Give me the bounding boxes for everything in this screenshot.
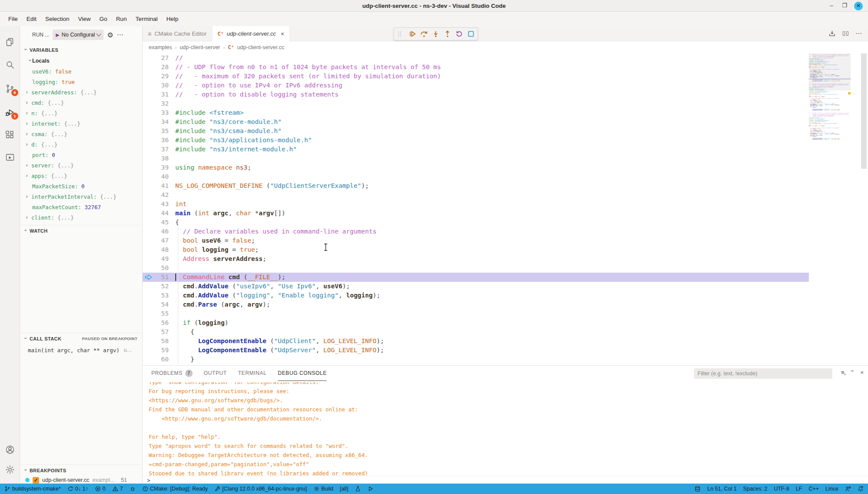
breadcrumb-item[interactable]: examples <box>149 44 172 50</box>
close-icon[interactable]: × <box>854 2 863 10</box>
code-line-36[interactable]: 36#include "ns3/applications-module.h" <box>143 136 809 145</box>
status-item[interactable] <box>355 486 361 492</box>
variable-row[interactable]: port: 0 <box>20 150 143 160</box>
code-line-60[interactable]: 60 } <box>143 355 809 364</box>
status-item[interactable] <box>367 486 374 492</box>
split-editor-icon[interactable]: ▯▯ <box>842 30 849 37</box>
account-icon[interactable] <box>5 444 15 455</box>
status-item[interactable] <box>858 486 864 492</box>
extensions-icon[interactable] <box>5 130 15 140</box>
console-filter-input[interactable] <box>694 368 832 379</box>
debug-config-dropdown[interactable]: ▶ No Configural <box>53 30 103 40</box>
step-over-icon[interactable] <box>420 30 428 38</box>
code-line-46[interactable]: 46 // Declare variables used in command-… <box>143 227 809 236</box>
step-into-icon[interactable] <box>432 30 440 38</box>
status-item[interactable] <box>694 486 701 492</box>
scrollbar[interactable] <box>861 53 867 169</box>
variable-row[interactable]: ›internet: {...} <box>20 118 143 129</box>
code-line-39[interactable]: 39using namespace ns3; <box>143 163 809 172</box>
variable-row[interactable]: ›client: {...} <box>20 212 143 223</box>
settings-gear-icon[interactable] <box>5 464 15 475</box>
menu-item-edit[interactable]: Edit <box>23 14 40 24</box>
debug-current-line-icon[interactable] <box>143 273 154 282</box>
preview-icon[interactable] <box>5 152 15 163</box>
status-item[interactable] <box>130 486 136 492</box>
variable-row[interactable]: useV6: false <box>20 66 143 77</box>
code-line-51[interactable]: 51 CommandLine cmd (__FILE__); <box>143 273 809 282</box>
status-item[interactable] <box>845 486 851 492</box>
step-out-icon[interactable] <box>444 30 451 38</box>
minimap-slider[interactable] <box>809 53 851 90</box>
close-tab-icon[interactable]: × <box>281 30 284 37</box>
code-line-56[interactable]: 56 if (logging) <box>143 318 809 327</box>
variable-row[interactable]: ›cmd: {...} <box>20 97 143 108</box>
restart-icon[interactable] <box>455 30 463 38</box>
status-item-c++[interactable]: C++ <box>808 486 819 492</box>
minimize-icon[interactable]: – <box>827 2 836 10</box>
panel-tab-debug-console[interactable]: DEBUG CONSOLE <box>278 366 327 381</box>
code-line-43[interactable]: 43int <box>143 200 809 209</box>
status-item-linux[interactable]: Linux <box>825 486 838 492</box>
code-line-52[interactable]: 52 cmd.AddValue ("useIpv6", "Use Ipv6", … <box>143 282 809 291</box>
status-item-lf[interactable]: LF <box>796 486 802 492</box>
status-item-cmake-debug-ready[interactable]: CMake: [Debug]: Ready <box>142 486 208 492</box>
code-line-29[interactable]: 29// - maximum of 320 packets sent (or l… <box>143 72 809 81</box>
code-line-53[interactable]: 53 cmd.AddValue ("logging", "Enable logg… <box>143 291 809 300</box>
code-line-45[interactable]: 45{ <box>143 218 809 227</box>
more-actions-icon[interactable]: ⋯ <box>117 31 124 39</box>
variable-row[interactable]: ›csma: {...} <box>20 129 143 139</box>
code-line-42[interactable]: 42 <box>143 190 809 200</box>
call-stack-section-header[interactable]: › CALL STACK PAUSED ON BREAKPOINT <box>20 333 143 344</box>
status-item-7[interactable]: 7 <box>112 486 123 492</box>
clear-console-icon[interactable]: ≡× <box>841 369 845 376</box>
code-line-44[interactable]: 44main (int argc, char *argv[]) <box>143 209 809 218</box>
code-line-55[interactable]: 55 <box>143 309 809 318</box>
menu-item-view[interactable]: View <box>74 14 95 24</box>
menu-item-help[interactable]: Help <box>162 14 182 24</box>
code-line-47[interactable]: 47 bool useV6 = false; <box>143 236 809 245</box>
panel-tab-problems[interactable]: PROBLEMS7 <box>151 366 193 381</box>
menu-item-run[interactable]: Run <box>112 14 131 24</box>
menu-item-go[interactable]: Go <box>96 14 111 24</box>
code-line-27[interactable]: 27// <box>143 53 809 63</box>
collapse-panel-icon[interactable]: ⌃ <box>850 369 855 376</box>
status-item--clang-12-0-0-x86-64-pc-[interactable]: [Clang 12.0.0 x86_64-pc-linux-gnu] <box>214 486 307 492</box>
debug-console-output[interactable]: Type "show configuration" for configurat… <box>149 382 827 475</box>
continue-icon[interactable] <box>408 30 416 38</box>
variables-section-header[interactable]: › VARIABLES <box>20 44 143 56</box>
breadcrumb-item[interactable]: udp-client-server.cc <box>237 44 284 50</box>
breakpoints-section-header[interactable]: › BREAKPOINTS <box>20 464 143 476</box>
status-item-0[interactable]: 0 <box>95 486 106 492</box>
code-line-57[interactable]: 57 { <box>143 327 809 337</box>
files-icon[interactable] <box>5 37 15 47</box>
code-line-41[interactable]: 41NS_LOG_COMPONENT_DEFINE ("UdpClientSer… <box>143 181 809 190</box>
stop-icon[interactable] <box>467 30 475 38</box>
code-editor[interactable]: 27//28// - UDP flow from n0 to n1 of 102… <box>143 53 868 365</box>
code-line-58[interactable]: 58 LogComponentEnable ("UdpClient", LOG_… <box>143 337 809 346</box>
variable-row[interactable]: MaxPacketSize: 0 <box>20 181 143 191</box>
code-line-50[interactable]: 50 <box>143 264 809 273</box>
code-line-40[interactable]: 40 <box>143 172 809 181</box>
status-item-ln-51-col-1[interactable]: Ln 51, Col 1 <box>707 486 736 492</box>
download-icon[interactable] <box>828 30 836 37</box>
code-line-48[interactable]: 48 bool logging = true; <box>143 245 809 254</box>
watch-section-header[interactable]: › WATCH <box>20 225 143 236</box>
stack-frame[interactable]: main(int argc, char ** argv) u… <box>20 345 143 355</box>
gear-icon[interactable]: ⚙ <box>107 31 113 39</box>
status-item--all-[interactable]: [all] <box>340 486 348 492</box>
code-line-28[interactable]: 28// - UDP flow from n0 to n1 of 1024 by… <box>143 63 809 72</box>
variable-row[interactable]: ›d: {...} <box>20 139 143 150</box>
status-item-buildsystem-cmake-[interactable]: buildsystem-cmake* <box>4 486 61 492</box>
code-line-33[interactable]: 33#include <fstream> <box>143 108 809 117</box>
code-line-34[interactable]: 34#include "ns3/core-module.h" <box>143 117 809 127</box>
code-line-54[interactable]: 54 cmd.Parse (argc, argv); <box>143 300 809 309</box>
menu-item-file[interactable]: File <box>4 14 22 24</box>
code-line-30[interactable]: 30// - option to use IPv4 or IPv6 addres… <box>143 81 809 90</box>
code-line-37[interactable]: 37#include "ns3/internet-module.h" <box>143 145 809 154</box>
variable-row[interactable]: ›apps: {...} <box>20 170 143 181</box>
locals-scope[interactable]: › Locals <box>20 56 143 66</box>
search-icon[interactable] <box>5 60 15 70</box>
variable-row[interactable]: ›n: {...} <box>20 108 143 118</box>
panel-tab-output[interactable]: OUTPUT <box>204 366 227 381</box>
variable-row[interactable]: maxPacketCount: 32767 <box>20 202 143 212</box>
